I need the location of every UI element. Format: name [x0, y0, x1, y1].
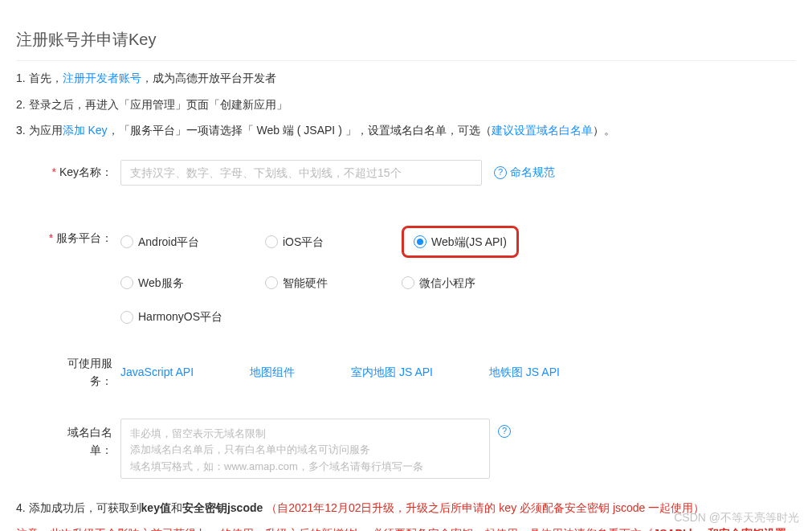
- key-name-input[interactable]: 支持汉字、数字、字母、下划线、中划线，不超过15个: [120, 160, 482, 186]
- radio-ios[interactable]: iOS平台: [265, 226, 402, 258]
- services-label: 可使用服务：: [48, 354, 120, 390]
- radio-harmony[interactable]: HarmonyOS平台: [120, 308, 265, 325]
- key-name-label: Key名称：: [48, 163, 120, 181]
- register-dev-link[interactable]: 注册开发者账号: [63, 71, 141, 84]
- help-icon: ?: [494, 166, 507, 179]
- service-map-comp[interactable]: 地图组件: [250, 363, 295, 381]
- radio-smart-hw[interactable]: 智能硬件: [265, 274, 402, 292]
- page-title: 注册账号并申请Key: [16, 27, 796, 61]
- whitelist-suggest-link[interactable]: 建议设置域名白名单: [492, 124, 593, 137]
- form-area: Key名称： 支持汉字、数字、字母、下划线、中划线，不超过15个 ? 命名规范 …: [48, 160, 796, 479]
- platform-label: 服务平台：: [48, 226, 120, 247]
- radio-android[interactable]: Android平台: [120, 226, 265, 258]
- steps-list: 首先，注册开发者账号，成为高德开放平台开发者 登录之后，再进入「应用管理」页面「…: [16, 69, 796, 139]
- platform-row: 服务平台： Android平台 iOS平台 Web端(JS API) Web服务…: [48, 226, 796, 326]
- step-2: 登录之后，再进入「应用管理」页面「创建新应用」: [16, 96, 796, 113]
- key-name-row: Key名称： 支持汉字、数字、字母、下划线、中划线，不超过15个 ? 命名规范: [48, 160, 796, 186]
- naming-help-link[interactable]: ? 命名规范: [494, 163, 555, 181]
- step-1: 首先，注册开发者账号，成为高德开放平台开发者: [16, 69, 796, 87]
- radio-wechat[interactable]: 微信小程序: [402, 274, 546, 292]
- whitelist-textarea[interactable]: 非必填，留空表示无域名限制 添加域名白名单后，只有白名单中的域名可访问服务 域名…: [120, 419, 490, 479]
- service-js-api[interactable]: JavaScript API: [120, 363, 194, 381]
- service-indoor[interactable]: 室内地图 JS API: [351, 363, 433, 381]
- whitelist-row: 域名白名单： 非必填，留空表示无域名限制 添加域名白名单后，只有白名单中的域名可…: [48, 419, 796, 479]
- step-3: 为应用添加 Key，「服务平台」一项请选择「 Web 端 ( JSAPI ) 」…: [16, 121, 796, 139]
- services-row: 可使用服务： JavaScript API 地图组件 室内地图 JS API 地…: [48, 354, 796, 390]
- service-subway[interactable]: 地铁图 JS API: [489, 363, 560, 381]
- radio-web-jsapi[interactable]: Web端(JS API): [402, 226, 519, 258]
- whitelist-label: 域名白名单：: [48, 419, 120, 460]
- add-key-link[interactable]: 添加 Key: [63, 124, 108, 137]
- watermark: CSDN @不等天亮等时光: [674, 509, 799, 526]
- radio-web-service[interactable]: Web服务: [120, 274, 265, 292]
- whitelist-help-icon[interactable]: ?: [498, 425, 511, 438]
